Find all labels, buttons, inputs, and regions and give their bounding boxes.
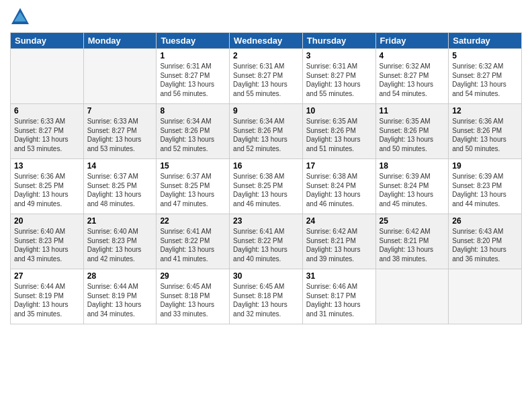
day-info: Sunrise: 6:38 AM Sunset: 8:24 PM Dayligh… xyxy=(306,172,372,208)
calendar-header-saturday: Saturday xyxy=(449,33,522,49)
calendar-day: 14Sunrise: 6:37 AM Sunset: 8:25 PM Dayli… xyxy=(83,159,157,214)
calendar-day: 5Sunrise: 6:32 AM Sunset: 8:27 PM Daylig… xyxy=(449,49,522,104)
calendar-day: 30Sunrise: 6:45 AM Sunset: 8:18 PM Dayli… xyxy=(230,269,303,324)
day-info: Sunrise: 6:42 AM Sunset: 8:21 PM Dayligh… xyxy=(306,227,372,263)
day-info: Sunrise: 6:39 AM Sunset: 8:24 PM Dayligh… xyxy=(380,172,445,208)
day-info: Sunrise: 6:45 AM Sunset: 8:18 PM Dayligh… xyxy=(233,282,299,318)
day-number: 16 xyxy=(233,161,299,171)
calendar-day: 6Sunrise: 6:33 AM Sunset: 8:27 PM Daylig… xyxy=(11,104,84,159)
calendar-header-tuesday: Tuesday xyxy=(157,33,230,49)
day-number: 10 xyxy=(306,106,372,116)
calendar-week-4: 20Sunrise: 6:40 AM Sunset: 8:23 PM Dayli… xyxy=(11,214,522,269)
calendar-day: 20Sunrise: 6:40 AM Sunset: 8:23 PM Dayli… xyxy=(11,214,84,269)
day-number: 13 xyxy=(14,161,80,171)
calendar-header-row: SundayMondayTuesdayWednesdayThursdayFrid… xyxy=(11,33,522,49)
day-number: 24 xyxy=(306,216,372,226)
day-info: Sunrise: 6:35 AM Sunset: 8:26 PM Dayligh… xyxy=(380,117,445,153)
day-info: Sunrise: 6:43 AM Sunset: 8:20 PM Dayligh… xyxy=(452,227,518,263)
day-number: 7 xyxy=(87,106,153,116)
day-info: Sunrise: 6:34 AM Sunset: 8:26 PM Dayligh… xyxy=(160,117,226,153)
day-info: Sunrise: 6:40 AM Sunset: 8:23 PM Dayligh… xyxy=(87,227,153,263)
calendar-header-wednesday: Wednesday xyxy=(230,33,303,49)
day-number: 29 xyxy=(160,271,226,281)
day-number: 6 xyxy=(14,106,80,116)
calendar-week-1: 1Sunrise: 6:31 AM Sunset: 8:27 PM Daylig… xyxy=(11,49,522,104)
day-number: 2 xyxy=(233,51,299,60)
day-info: Sunrise: 6:41 AM Sunset: 8:22 PM Dayligh… xyxy=(160,227,226,263)
calendar-day: 11Sunrise: 6:35 AM Sunset: 8:26 PM Dayli… xyxy=(375,104,449,159)
calendar-day: 28Sunrise: 6:44 AM Sunset: 8:19 PM Dayli… xyxy=(83,269,157,324)
day-number: 27 xyxy=(14,271,80,281)
calendar-day: 21Sunrise: 6:40 AM Sunset: 8:23 PM Dayli… xyxy=(83,214,157,269)
day-info: Sunrise: 6:33 AM Sunset: 8:27 PM Dayligh… xyxy=(87,117,153,153)
day-info: Sunrise: 6:35 AM Sunset: 8:26 PM Dayligh… xyxy=(306,117,372,153)
day-info: Sunrise: 6:39 AM Sunset: 8:23 PM Dayligh… xyxy=(452,172,518,208)
calendar-week-5: 27Sunrise: 6:44 AM Sunset: 8:19 PM Dayli… xyxy=(11,269,522,324)
day-number: 14 xyxy=(87,161,153,171)
calendar-day: 19Sunrise: 6:39 AM Sunset: 8:23 PM Dayli… xyxy=(449,159,522,214)
calendar-day: 12Sunrise: 6:36 AM Sunset: 8:26 PM Dayli… xyxy=(449,104,522,159)
day-number: 8 xyxy=(160,106,226,116)
day-info: Sunrise: 6:33 AM Sunset: 8:27 PM Dayligh… xyxy=(14,117,80,153)
day-info: Sunrise: 6:31 AM Sunset: 8:27 PM Dayligh… xyxy=(233,62,299,98)
calendar-header-sunday: Sunday xyxy=(11,33,84,49)
calendar-week-3: 13Sunrise: 6:36 AM Sunset: 8:25 PM Dayli… xyxy=(11,159,522,214)
day-number: 17 xyxy=(306,161,372,171)
day-number: 9 xyxy=(233,106,299,116)
calendar-day: 7Sunrise: 6:33 AM Sunset: 8:27 PM Daylig… xyxy=(83,104,157,159)
day-info: Sunrise: 6:34 AM Sunset: 8:26 PM Dayligh… xyxy=(233,117,299,153)
day-number: 15 xyxy=(160,161,226,171)
day-number: 1 xyxy=(160,51,226,60)
calendar-header-thursday: Thursday xyxy=(302,33,375,49)
day-info: Sunrise: 6:44 AM Sunset: 8:19 PM Dayligh… xyxy=(87,282,153,318)
day-info: Sunrise: 6:31 AM Sunset: 8:27 PM Dayligh… xyxy=(306,62,372,98)
calendar-day: 13Sunrise: 6:36 AM Sunset: 8:25 PM Dayli… xyxy=(11,159,84,214)
calendar-day: 15Sunrise: 6:37 AM Sunset: 8:25 PM Dayli… xyxy=(157,159,230,214)
calendar-header-monday: Monday xyxy=(83,33,157,49)
day-number: 20 xyxy=(14,216,80,226)
calendar-day xyxy=(449,269,522,324)
day-number: 22 xyxy=(160,216,226,226)
calendar-day: 2Sunrise: 6:31 AM Sunset: 8:27 PM Daylig… xyxy=(230,49,303,104)
calendar-day: 23Sunrise: 6:41 AM Sunset: 8:22 PM Dayli… xyxy=(230,214,303,269)
calendar-day xyxy=(375,269,449,324)
day-info: Sunrise: 6:44 AM Sunset: 8:19 PM Dayligh… xyxy=(14,282,80,318)
calendar-day: 31Sunrise: 6:46 AM Sunset: 8:17 PM Dayli… xyxy=(302,269,375,324)
day-info: Sunrise: 6:32 AM Sunset: 8:27 PM Dayligh… xyxy=(380,62,445,98)
day-number: 5 xyxy=(452,51,518,60)
day-number: 28 xyxy=(87,271,153,281)
day-number: 11 xyxy=(380,106,445,116)
day-info: Sunrise: 6:40 AM Sunset: 8:23 PM Dayligh… xyxy=(14,227,80,263)
calendar-day: 10Sunrise: 6:35 AM Sunset: 8:26 PM Dayli… xyxy=(302,104,375,159)
day-number: 21 xyxy=(87,216,153,226)
day-number: 26 xyxy=(452,216,518,226)
day-info: Sunrise: 6:41 AM Sunset: 8:22 PM Dayligh… xyxy=(233,227,299,263)
calendar-day: 17Sunrise: 6:38 AM Sunset: 8:24 PM Dayli… xyxy=(302,159,375,214)
day-info: Sunrise: 6:36 AM Sunset: 8:25 PM Dayligh… xyxy=(14,172,80,208)
day-number: 30 xyxy=(233,271,299,281)
day-info: Sunrise: 6:32 AM Sunset: 8:27 PM Dayligh… xyxy=(452,62,518,98)
calendar-day: 3Sunrise: 6:31 AM Sunset: 8:27 PM Daylig… xyxy=(302,49,375,104)
day-number: 18 xyxy=(380,161,445,171)
calendar-day: 18Sunrise: 6:39 AM Sunset: 8:24 PM Dayli… xyxy=(375,159,449,214)
calendar-day: 26Sunrise: 6:43 AM Sunset: 8:20 PM Dayli… xyxy=(449,214,522,269)
calendar-day: 25Sunrise: 6:42 AM Sunset: 8:21 PM Dayli… xyxy=(375,214,449,269)
calendar-day xyxy=(11,49,84,104)
calendar-day: 8Sunrise: 6:34 AM Sunset: 8:26 PM Daylig… xyxy=(157,104,230,159)
day-number: 31 xyxy=(306,271,372,281)
calendar-day xyxy=(83,49,157,104)
day-number: 12 xyxy=(452,106,518,116)
day-info: Sunrise: 6:37 AM Sunset: 8:25 PM Dayligh… xyxy=(87,172,153,208)
logo xyxy=(10,7,33,27)
day-info: Sunrise: 6:37 AM Sunset: 8:25 PM Dayligh… xyxy=(160,172,226,208)
page-header xyxy=(10,7,522,27)
day-number: 25 xyxy=(380,216,445,226)
calendar-day: 16Sunrise: 6:38 AM Sunset: 8:25 PM Dayli… xyxy=(230,159,303,214)
day-info: Sunrise: 6:42 AM Sunset: 8:21 PM Dayligh… xyxy=(380,227,445,263)
logo-icon xyxy=(10,7,30,27)
calendar-table: SundayMondayTuesdayWednesdayThursdayFrid… xyxy=(10,32,522,324)
day-number: 3 xyxy=(306,51,372,60)
day-info: Sunrise: 6:45 AM Sunset: 8:18 PM Dayligh… xyxy=(160,282,226,318)
day-number: 23 xyxy=(233,216,299,226)
calendar-day: 27Sunrise: 6:44 AM Sunset: 8:19 PM Dayli… xyxy=(11,269,84,324)
